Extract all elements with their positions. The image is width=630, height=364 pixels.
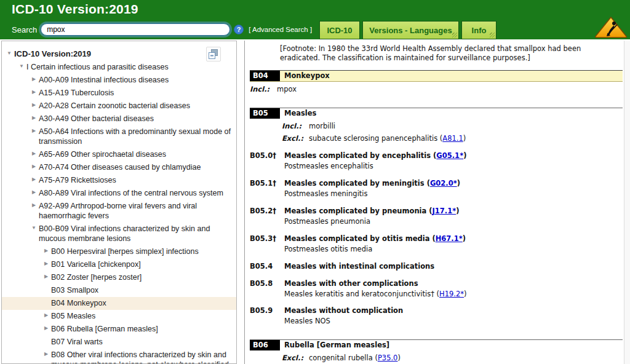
tree-item[interactable]: ▶A20-A28 Certain zoonotic bacterial dise… <box>2 100 236 113</box>
subcode-entry: B05.0†Measles complicated by encephaliti… <box>250 151 623 171</box>
tree-item[interactable]: ▼I Certain infectious and parasitic dise… <box>2 61 236 74</box>
text-segment: ) <box>457 179 460 188</box>
tree-item[interactable]: ▶A75-A79 Rickettsioses <box>2 174 236 187</box>
copy-icon[interactable] <box>206 47 221 61</box>
code-box: B04 <box>250 71 280 81</box>
subcode-header[interactable]: B05.3†Measles complicated by otitis medi… <box>250 234 623 243</box>
expand-arrow-icon[interactable]: ▶ <box>29 188 39 196</box>
tree-item[interactable]: ▼B00-B09 Viral infections characterized … <box>2 223 236 245</box>
code-link[interactable]: G05.1* <box>436 151 463 160</box>
note-label: Excl.: <box>282 354 309 363</box>
subcode-description: Measles NOS <box>284 317 623 326</box>
code-link[interactable]: P35.0 <box>378 354 398 362</box>
tree-item-label: B00-B09 Viral infections characterized b… <box>39 224 233 243</box>
text-segment: ) <box>463 234 466 243</box>
expand-arrow-icon[interactable]: ▶ <box>29 127 39 134</box>
tree-item[interactable]: B03 Smallpox <box>2 284 236 297</box>
expand-arrow-icon[interactable]: ▶ <box>29 88 39 95</box>
subcode-header[interactable]: B05.9Measles without complication <box>250 306 623 315</box>
tree-item[interactable]: ▶B02 Zoster [herpes zoster] <box>2 271 236 284</box>
expand-arrow-icon[interactable]: ▶ <box>41 324 51 331</box>
tree-item[interactable]: B07 Viral warts <box>2 336 236 349</box>
code-link[interactable]: J17.1* <box>433 207 457 215</box>
subcode-header[interactable]: B05.8Measles with other complications <box>250 279 623 288</box>
under-construction-icon[interactable] <box>594 16 628 39</box>
note-row: Incl.:morbilli <box>282 122 623 131</box>
note-label: Incl.: <box>282 122 309 131</box>
text-segment: Postmeasles encephalitis <box>284 162 373 170</box>
arrow-spacer <box>41 285 51 287</box>
tree-item[interactable]: ▶B01 Varicella [chickenpox] <box>2 258 236 271</box>
tree-item[interactable]: ▶A70-A74 Other diseases caused by chlamy… <box>2 161 236 174</box>
subcode-header[interactable]: B05.4Measles with intestinal complicatio… <box>250 262 623 271</box>
tree-item[interactable]: ▼ICD-10 Version:2019 <box>2 47 236 61</box>
tree-item[interactable]: B04 Monkeypox <box>2 297 236 310</box>
text-segment: Measles with other complications <box>284 279 418 288</box>
tree-item-label: A30-A49 Other bacterial diseases <box>39 114 233 124</box>
advanced-search-link[interactable]: [ Advanced Search ] <box>249 26 312 33</box>
text-segment: Measles complicated by meningitis ( <box>284 179 430 188</box>
tree-item[interactable]: ▶B00 Herpesviral [herpes simplex] infect… <box>2 245 236 258</box>
subcode-header[interactable]: B05.2†Measles complicated by pneumonia (… <box>250 207 623 216</box>
tab-icd-10[interactable]: ICD-10 <box>319 21 360 39</box>
expand-arrow-icon[interactable]: ▶ <box>41 247 51 254</box>
note-row: Incl.:mpox <box>250 85 623 94</box>
tab-versions-languages[interactable]: Versions - Languages <box>362 21 459 39</box>
tree-item[interactable]: ▶A00-A09 Intestinal infectious diseases <box>2 74 236 87</box>
code-link[interactable]: G02.0* <box>430 179 457 188</box>
subcode-header[interactable]: B05.1†Measles complicated by meningitis … <box>250 179 623 188</box>
expand-arrow-icon[interactable]: ▶ <box>29 101 39 108</box>
expand-arrow-icon[interactable]: ▶ <box>29 149 39 157</box>
tree-item-label: B00 Herpesviral [herpes simplex] infecti… <box>51 247 233 256</box>
collapse-arrow-icon[interactable]: ▼ <box>17 62 26 69</box>
subcode-header[interactable]: B05.0†Measles complicated by encephaliti… <box>250 151 623 160</box>
tree-item[interactable]: ▶A30-A49 Other bacterial diseases <box>2 113 236 125</box>
tree-item-label: B02 Zoster [herpes zoster] <box>51 272 233 282</box>
expand-arrow-icon[interactable]: ▶ <box>41 311 51 318</box>
code-link[interactable]: H67.1* <box>436 234 463 243</box>
search-input[interactable] <box>41 23 230 36</box>
expand-arrow-icon[interactable]: ▶ <box>29 75 39 82</box>
search-help-button[interactable]: ? <box>234 25 244 34</box>
expand-arrow-icon[interactable]: ▶ <box>41 259 51 267</box>
text-segment: Postmeasles meningitis <box>284 189 368 198</box>
tree-item[interactable]: ▶A15-A19 Tuberculosis <box>2 87 236 100</box>
collapse-arrow-icon[interactable]: ▼ <box>29 224 39 231</box>
tree-item[interactable]: ▶B06 Rubella [German measles] <box>2 323 236 336</box>
code-link[interactable]: A81.1 <box>442 134 463 143</box>
subcode-description: Postmeasles otitis media <box>284 245 623 254</box>
expand-arrow-icon[interactable]: ▶ <box>29 201 39 208</box>
subcode-code: B05.9 <box>250 306 284 315</box>
text-segment: ) <box>397 354 401 362</box>
code-block-header[interactable]: B06Rubella [German measles] <box>250 339 623 350</box>
expand-arrow-icon[interactable]: ▶ <box>29 162 39 170</box>
expand-arrow-icon[interactable]: ▶ <box>41 350 51 357</box>
tree-item[interactable]: ▶B05 Measles <box>2 310 236 323</box>
search-label: Search <box>12 25 37 34</box>
note-label: Excl.: <box>282 134 309 143</box>
subcode-description: Postmeasles meningitis <box>284 189 623 199</box>
tree-item[interactable]: ▶A80-A89 Viral infections of the central… <box>2 187 236 200</box>
expand-arrow-icon[interactable]: ▶ <box>41 272 51 280</box>
subcode-entry: B05.2†Measles complicated by pneumonia (… <box>250 207 623 226</box>
collapse-arrow-icon[interactable]: ▼ <box>4 49 14 57</box>
tree-item-label: A80-A89 Viral infections of the central … <box>39 188 233 198</box>
tree-item[interactable]: ▶A65-A69 Other spirochaetal diseases <box>2 148 236 161</box>
tab-info[interactable]: Info <box>461 21 496 39</box>
tree-item[interactable]: ▶A92-A99 Arthropod-borne viral fevers an… <box>2 200 236 223</box>
vertical-scrollbar[interactable] <box>624 41 630 364</box>
code-link[interactable]: H19.2* <box>439 290 464 298</box>
expand-arrow-icon[interactable]: ▶ <box>29 114 39 121</box>
expand-arrow-icon[interactable]: ▶ <box>29 175 39 183</box>
subcode-title: Measles complicated by meningitis (G02.0… <box>284 179 460 188</box>
code-block-header[interactable]: B05Measles <box>250 108 623 119</box>
code-block-header[interactable]: B04Monkeypox <box>250 70 623 82</box>
page-title: ICD-10 Version:2019 <box>12 2 138 17</box>
tree-item[interactable]: ▶B08 Other viral infections characterize… <box>2 349 236 364</box>
note-text: morbilli <box>309 122 335 131</box>
text-segment: Measles complicated by otitis media ( <box>284 234 436 243</box>
tree-item[interactable]: ▶A50-A64 Infections with a predominantly… <box>2 125 236 148</box>
text-segment: Measles NOS <box>284 317 330 325</box>
code-box: B06 <box>250 340 280 350</box>
app-header: ICD-10 Version:2019 Search ? [ Advanced … <box>0 0 630 39</box>
